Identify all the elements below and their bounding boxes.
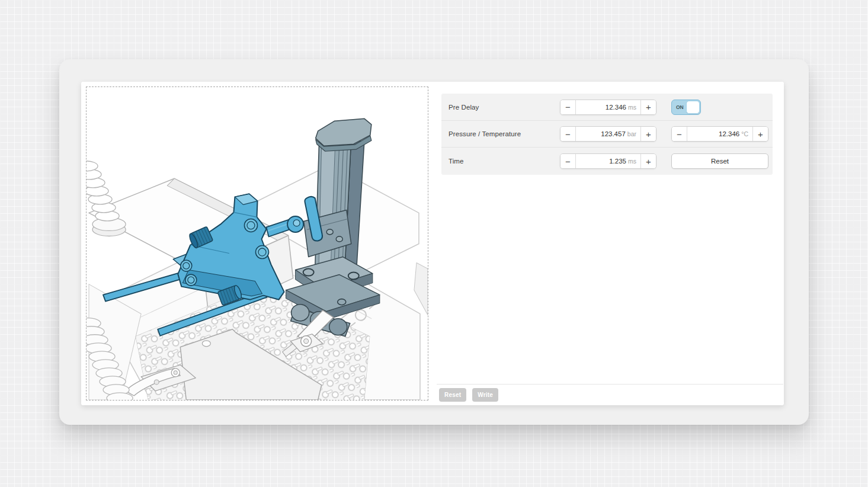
temperature-stepper: − °C +: [671, 126, 768, 142]
time-label: Time: [449, 158, 464, 165]
time-input[interactable]: [578, 158, 626, 165]
minus-icon: −: [565, 130, 571, 139]
pressure-increment-button[interactable]: +: [640, 127, 656, 141]
plus-icon: +: [646, 102, 651, 111]
temperature-unit: °C: [741, 130, 748, 137]
pressure-stepper: − bar +: [560, 126, 656, 142]
time-increment-button[interactable]: +: [640, 154, 656, 168]
temperature-input[interactable]: [690, 130, 739, 137]
model-viewport[interactable]: [86, 86, 428, 401]
machine-illustration: [87, 87, 428, 400]
footer-write-button[interactable]: Write: [472, 388, 498, 402]
pre-delay-input[interactable]: [578, 104, 626, 111]
plus-icon: +: [646, 130, 651, 139]
time-field: ms: [576, 154, 640, 168]
pressure-field: bar: [576, 127, 640, 141]
pre-delay-toggle[interactable]: ON: [671, 100, 701, 115]
pre-delay-field: ms: [576, 100, 640, 114]
control-row-pre-delay: Pre Delay − ms +: [441, 94, 773, 120]
toggle-knob[interactable]: [686, 101, 700, 114]
footer-bar: Reset Write: [437, 384, 783, 405]
controls-table: Pre Delay − ms +: [441, 94, 773, 175]
pressure-unit: bar: [627, 130, 636, 137]
pre-delay-decrement-button[interactable]: −: [560, 100, 576, 114]
time-stepper: − ms +: [560, 153, 656, 169]
pre-delay-unit: ms: [628, 104, 636, 111]
pressure-temperature-label: Pressure / Temperature: [449, 130, 521, 137]
control-row-pressure-temperature: Pressure / Temperature − bar +: [441, 120, 773, 147]
pre-delay-label: Pre Delay: [449, 104, 479, 111]
pre-delay-increment-button[interactable]: +: [640, 100, 656, 114]
temperature-field: °C: [687, 127, 752, 141]
temperature-decrement-button[interactable]: −: [672, 127, 687, 141]
time-unit: ms: [628, 158, 636, 165]
time-decrement-button[interactable]: −: [560, 154, 576, 168]
time-reset-button[interactable]: Reset: [671, 153, 768, 169]
toggle-on-label: ON: [676, 104, 684, 110]
app-window: Pre Delay − ms +: [59, 59, 809, 425]
minus-icon: −: [565, 102, 571, 111]
minus-icon: −: [565, 157, 571, 166]
pre-delay-stepper: − ms +: [560, 100, 656, 115]
corrugated-hose-top: [87, 161, 126, 236]
minus-icon: −: [677, 130, 682, 139]
footer-reset-button[interactable]: Reset: [439, 388, 466, 402]
pressure-decrement-button[interactable]: −: [560, 127, 576, 141]
temperature-increment-button[interactable]: +: [752, 127, 768, 141]
plus-icon: +: [646, 157, 651, 166]
content-panel: Pre Delay − ms +: [81, 82, 784, 405]
pressure-input[interactable]: [578, 130, 626, 137]
plus-icon: +: [758, 130, 763, 139]
control-row-time: Time − ms +: [441, 147, 773, 175]
